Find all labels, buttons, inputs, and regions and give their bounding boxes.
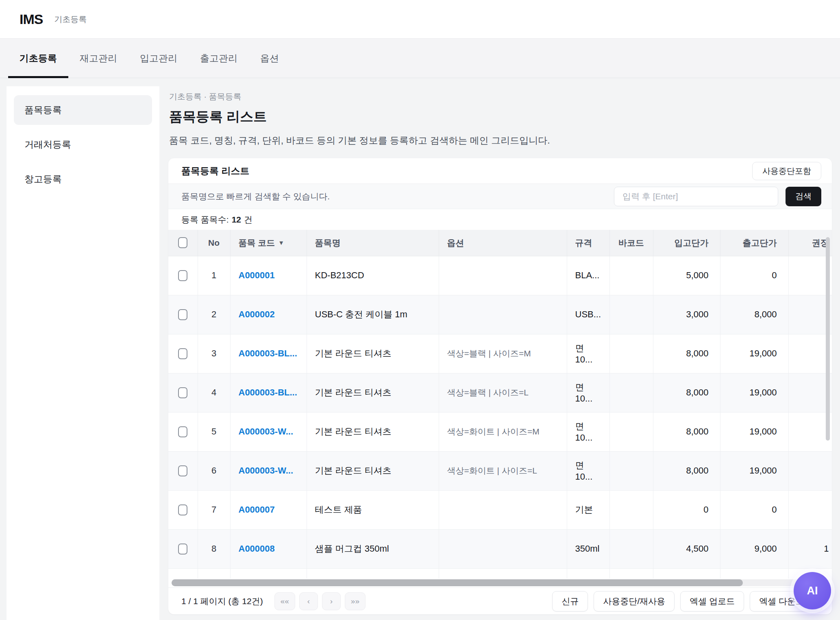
cell-barcode xyxy=(609,568,653,579)
cell-option: 색상=블랙 | 사이즈=M xyxy=(439,334,567,373)
col-out-price: 출고단가 xyxy=(720,230,788,256)
pagination-button-2[interactable]: › xyxy=(322,592,341,610)
cell-no xyxy=(198,568,230,579)
nav-tab-입고관리[interactable]: 입고관리 xyxy=(128,39,189,78)
horizontal-scrollbar-thumb[interactable] xyxy=(172,579,743,586)
pagination-button-3[interactable]: »» xyxy=(345,592,366,610)
col-item-name: 품목명 xyxy=(307,230,439,256)
nav-tab-출고관리[interactable]: 출고관리 xyxy=(189,39,249,78)
search-button[interactable]: 검색 xyxy=(786,187,821,206)
cell-out-price: 8,000 xyxy=(720,295,788,334)
cell-item-name: 기본 라운드 티셔츠 xyxy=(307,451,439,490)
page-title: 품목등록 리스트 xyxy=(169,108,832,126)
nav-tab-재고관리[interactable]: 재고관리 xyxy=(68,39,128,78)
sidebar-item-창고등록[interactable]: 창고등록 xyxy=(14,164,152,194)
cell-option xyxy=(439,295,567,334)
search-input[interactable] xyxy=(614,187,778,206)
cell-barcode xyxy=(609,334,653,373)
cell-no: 3 xyxy=(198,334,230,373)
item-list-panel: 품목등록 리스트 사용중단포함 품목명으로 빠르게 검색할 수 있습니다. 검색… xyxy=(168,158,832,614)
item-code-link[interactable]: A000008 xyxy=(239,544,275,554)
table-scroll-area: No 품목 코드▼ 품목명 옵션 규격 바코드 입고단가 출고단가 권장 1 A xyxy=(168,230,832,579)
cell-spec: 면 10... xyxy=(567,412,609,451)
cell-barcode xyxy=(609,412,653,451)
item-code-link[interactable]: A000003-BL... xyxy=(239,348,297,358)
cell-item-name: 샘플 머그컵 350ml xyxy=(307,529,439,568)
cell-recommended xyxy=(788,412,832,451)
row-checkbox[interactable] xyxy=(178,348,187,359)
cell-in-price: 4,500 xyxy=(653,529,720,568)
cell-item-name: 기본 라운드 티셔츠 xyxy=(307,334,439,373)
item-code-link[interactable]: A000003-BL... xyxy=(239,387,297,397)
action-button-신규[interactable]: 신규 xyxy=(552,591,588,611)
item-code-link[interactable]: A000001 xyxy=(239,270,275,280)
table-header-row: No 품목 코드▼ 품목명 옵션 규격 바코드 입고단가 출고단가 권장 xyxy=(168,230,832,256)
item-code-link[interactable]: A000002 xyxy=(239,309,275,319)
table-row: 2 A000002 USB-C 충전 케이블 1m USB... 3,000 8… xyxy=(168,295,832,334)
sidebar-item-거래처등록[interactable]: 거래처등록 xyxy=(14,130,152,159)
table-row: 5 A000003-W... 기본 라운드 티셔츠 색상=화이트 | 사이즈=M… xyxy=(168,412,832,451)
col-barcode: 바코드 xyxy=(609,230,653,256)
sort-desc-icon: ▼ xyxy=(278,239,284,246)
cell-out-price xyxy=(720,568,788,579)
cell-spec: USB... xyxy=(567,295,609,334)
nav-tabs: 기초등록재고관리입고관리출고관리옵션 xyxy=(0,39,840,78)
cell-recommended xyxy=(788,295,832,334)
cell-option xyxy=(439,529,567,568)
table-row: 8 A000008 샘플 머그컵 350ml 350ml 4,500 9,000… xyxy=(168,529,832,568)
ai-assistant-button[interactable]: AI xyxy=(794,572,831,609)
table-row: 7 A000007 테스트 제품 기본 0 0 xyxy=(168,490,832,529)
item-code-link[interactable]: A000003-W... xyxy=(239,465,294,476)
sidebar-item-품목등록[interactable]: 품목등록 xyxy=(14,95,152,125)
col-spec: 규격 xyxy=(567,230,609,256)
pagination-button-0[interactable]: «« xyxy=(274,592,295,610)
item-code-link[interactable]: A000007 xyxy=(239,504,275,515)
row-checkbox[interactable] xyxy=(178,426,187,437)
cell-barcode xyxy=(609,529,653,568)
sidebar: 품목등록거래처등록창고등록 xyxy=(7,86,159,620)
row-checkbox[interactable] xyxy=(178,270,187,281)
footer-actions: 신규사용중단/재사용엑셀 업로드엑셀 다운로드 xyxy=(552,591,822,611)
include-discontinued-button[interactable]: 사용중단포함 xyxy=(752,162,821,180)
cell-no: 5 xyxy=(198,412,230,451)
cell-barcode xyxy=(609,451,653,490)
cell-in-price: 8,000 xyxy=(653,334,720,373)
vertical-scrollbar[interactable] xyxy=(826,237,830,441)
pagination-button-1[interactable]: ‹ xyxy=(299,592,318,610)
select-all-checkbox[interactable] xyxy=(178,237,187,248)
cell-option: 색상=블랙 | 사이즈=L xyxy=(439,373,567,412)
row-checkbox[interactable] xyxy=(178,309,187,320)
cell-in-price: 8,000 xyxy=(653,451,720,490)
cell-no: 7 xyxy=(198,490,230,529)
cell-in-price xyxy=(653,568,720,579)
cell-recommended xyxy=(788,490,832,529)
cell-no: 1 xyxy=(198,256,230,295)
cell-out-price: 9,000 xyxy=(720,529,788,568)
page-info: 1 / 1 페이지 (총 12건) xyxy=(181,596,263,607)
content-layout: 품목등록거래처등록창고등록 기초등록 · 품목등록 품목등록 리스트 품목 코드… xyxy=(0,78,840,620)
cell-spec: 면 10... xyxy=(567,451,609,490)
main-content: 기초등록 · 품목등록 품목등록 리스트 품목 코드, 명칭, 규격, 단위, … xyxy=(168,86,832,620)
panel-footer: 1 / 1 페이지 (총 12건) ««‹›»» 신규사용중단/재사용엑셀 업로… xyxy=(168,587,832,614)
cell-recommended xyxy=(788,334,832,373)
action-button-엑셀 업로드[interactable]: 엑셀 업로드 xyxy=(680,591,744,611)
item-code-link[interactable]: A000003-W... xyxy=(239,426,294,437)
nav-tab-옵션[interactable]: 옵션 xyxy=(249,39,290,78)
col-option: 옵션 xyxy=(439,230,567,256)
horizontal-scrollbar-track xyxy=(172,579,828,586)
cell-spec: 350ml xyxy=(567,529,609,568)
row-checkbox[interactable] xyxy=(178,504,187,515)
count-value: 12 xyxy=(232,215,241,225)
row-checkbox[interactable] xyxy=(178,387,187,398)
item-table: No 품목 코드▼ 품목명 옵션 규격 바코드 입고단가 출고단가 권장 1 A xyxy=(168,230,832,579)
cell-in-price: 5,000 xyxy=(653,256,720,295)
action-button-사용중단/재사용[interactable]: 사용중단/재사용 xyxy=(594,591,675,611)
row-checkbox[interactable] xyxy=(178,544,187,555)
cell-recommended: 1 xyxy=(788,529,832,568)
col-item-code[interactable]: 품목 코드▼ xyxy=(230,230,307,256)
row-checkbox[interactable] xyxy=(178,465,187,476)
cell-out-price: 19,000 xyxy=(720,412,788,451)
cell-item-name: 기본 라운드 티셔츠 xyxy=(307,412,439,451)
nav-tab-기초등록[interactable]: 기초등록 xyxy=(8,39,68,78)
panel-header: 품목등록 리스트 사용중단포함 xyxy=(168,158,832,184)
